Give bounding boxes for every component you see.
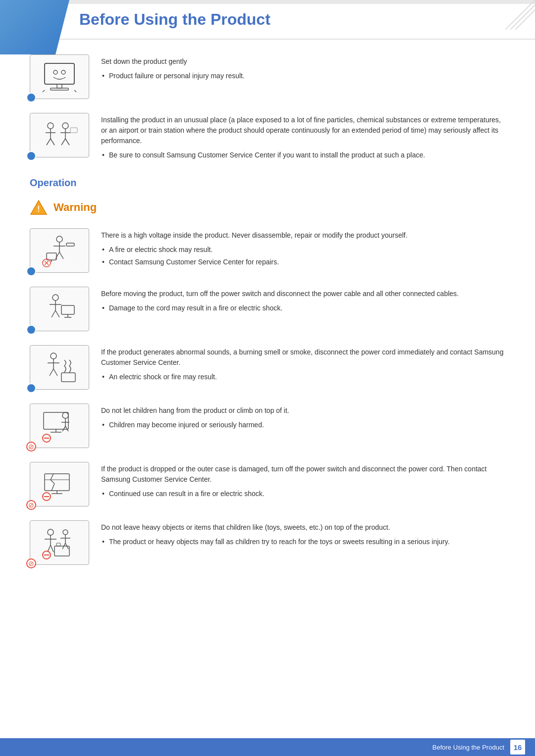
- icon-dropped: ⊘: [30, 462, 89, 506]
- icon-children: ⊘: [30, 403, 89, 448]
- svg-point-5: [61, 70, 65, 74]
- svg-line-62: [52, 484, 54, 491]
- bullets-children: Children may become injured or seriously…: [101, 420, 505, 430]
- bullet-unusual-0: Be sure to consult Samsung Customer Serv…: [101, 150, 505, 160]
- bullet-smoke-0: An electric shock or fire may result.: [101, 372, 505, 382]
- svg-line-45: [50, 369, 54, 376]
- instruction-item-set-down: Set down the product gently Product fail…: [30, 54, 505, 99]
- badge-unusual: [26, 151, 36, 161]
- bullet-hv-1: Contact Samsung Customer Service Center …: [101, 257, 505, 267]
- badge-heavy: ⊘: [26, 558, 36, 568]
- svg-text:!: !: [37, 205, 40, 213]
- svg-line-37: [52, 310, 55, 317]
- svg-line-71: [51, 545, 54, 552]
- bullets-dropped: Continued use can result in a fire or el…: [101, 489, 505, 499]
- icon-moving: [30, 287, 89, 331]
- text-high-voltage: There is a high voltage inside the produ…: [101, 228, 505, 269]
- main-text-heavy: Do not leave heavy objects or items that…: [101, 522, 505, 533]
- svg-point-15: [62, 123, 68, 129]
- svg-point-23: [56, 236, 62, 242]
- bullets-high-voltage: A fire or electric shock may result. Con…: [101, 245, 505, 267]
- top-bar: [0, 0, 535, 4]
- badge-high-voltage: [26, 266, 36, 276]
- warning-banner: ! Warning: [30, 199, 505, 216]
- svg-line-13: [47, 139, 51, 145]
- svg-rect-78: [56, 543, 60, 546]
- main-content: Set down the product gently Product fail…: [0, 45, 535, 608]
- bullet-hv-0: A fire or electric shock may result.: [101, 245, 505, 255]
- footer-text: Before Using the Product: [432, 744, 504, 751]
- svg-line-9: [74, 90, 76, 92]
- svg-point-10: [48, 123, 54, 129]
- warning-triangle-icon: !: [30, 199, 48, 216]
- text-smoke: If the product generates abnormal sounds…: [101, 345, 505, 384]
- page-title: Before Using the Product: [79, 10, 525, 29]
- instruction-item-high-voltage: There is a high voltage inside the produ…: [30, 228, 505, 273]
- icon-heavy: ⊘: [30, 520, 89, 565]
- bullet-dropped-0: Continued use can result in a fire or el…: [101, 489, 505, 499]
- main-text-moving: Before moving the product, turn off the …: [101, 289, 505, 299]
- bullet-moving-0: Damage to the cord may result in a fire …: [101, 303, 505, 313]
- instruction-item-children: ⊘ Do not let children hang from the prod…: [30, 403, 505, 448]
- icon-smoke: [30, 345, 89, 390]
- svg-rect-7: [51, 88, 68, 90]
- main-text-set-down: Set down the product gently: [101, 56, 505, 67]
- deco-lines: [505, 0, 535, 30]
- operation-heading: Operation: [30, 177, 505, 189]
- footer-page-number: 16: [510, 740, 525, 755]
- svg-rect-20: [70, 128, 77, 133]
- icon-set-down: [30, 54, 89, 99]
- svg-rect-77: [54, 546, 69, 556]
- svg-rect-28: [66, 243, 74, 246]
- svg-point-4: [54, 70, 57, 74]
- svg-line-18: [61, 139, 65, 145]
- svg-line-46: [54, 369, 57, 376]
- svg-line-14: [51, 139, 54, 145]
- text-dropped: If the product is dropped or the outer c…: [101, 462, 505, 501]
- bullets-heavy: The product or heavy objects may fall as…: [101, 537, 505, 547]
- instruction-item-smoke: If the product generates abnormal sounds…: [30, 345, 505, 390]
- text-set-down: Set down the product gently Product fail…: [101, 54, 505, 83]
- svg-point-67: [48, 529, 54, 535]
- instruction-item-unusual: Installing the product in an unusual pla…: [30, 113, 505, 162]
- svg-point-34: [53, 295, 58, 301]
- bullets-set-down: Product failure or personal injury may r…: [101, 71, 505, 81]
- svg-rect-48: [44, 412, 68, 429]
- svg-line-60: [51, 474, 54, 480]
- bullet-heavy-0: The product or heavy objects may fall as…: [101, 537, 505, 547]
- icon-unusual: [30, 113, 89, 157]
- text-unusual: Installing the product in an unusual pla…: [101, 113, 505, 162]
- svg-point-51: [62, 412, 68, 418]
- svg-line-54: [62, 426, 65, 431]
- svg-line-38: [55, 310, 59, 317]
- svg-line-27: [59, 252, 63, 259]
- main-text-unusual: Installing the product in an unusual pla…: [101, 115, 505, 146]
- main-text-high-voltage: There is a high voltage inside the produ…: [101, 230, 505, 241]
- icon-high-voltage: [30, 228, 89, 273]
- svg-point-42: [51, 353, 56, 359]
- svg-line-61: [51, 480, 54, 484]
- text-heavy: Do not leave heavy objects or items that…: [101, 520, 505, 549]
- bullet-children-0: Children may become injured or seriously…: [101, 420, 505, 430]
- badge-children: ⊘: [26, 442, 36, 452]
- bullets-smoke: An electric shock or fire may result.: [101, 372, 505, 382]
- instruction-item-heavy: ⊘ Do not leave heavy objects or items th…: [30, 520, 505, 565]
- svg-line-19: [65, 139, 69, 145]
- svg-rect-47: [61, 373, 75, 382]
- instruction-item-moving: Before moving the product, turn off the …: [30, 287, 505, 331]
- main-text-dropped: If the product is dropped or the outer c…: [101, 464, 505, 485]
- warning-label: Warning: [54, 201, 97, 214]
- svg-line-1: [510, 0, 535, 30]
- badge-smoke: [26, 383, 36, 393]
- svg-rect-58: [45, 474, 69, 491]
- svg-point-72: [63, 530, 68, 535]
- badge-dropped: ⊘: [26, 500, 36, 510]
- text-moving: Before moving the product, turn off the …: [101, 287, 505, 315]
- badge-moving: [26, 325, 36, 335]
- text-children: Do not let children hang from the produc…: [101, 403, 505, 432]
- bullet-set-down-0: Product failure or personal injury may r…: [101, 71, 505, 81]
- bullets-unusual: Be sure to consult Samsung Customer Serv…: [101, 150, 505, 160]
- svg-rect-3: [45, 63, 74, 84]
- instruction-item-dropped: ⊘ If the product is dropped or the outer…: [30, 462, 505, 506]
- badge-set-down: [26, 93, 36, 102]
